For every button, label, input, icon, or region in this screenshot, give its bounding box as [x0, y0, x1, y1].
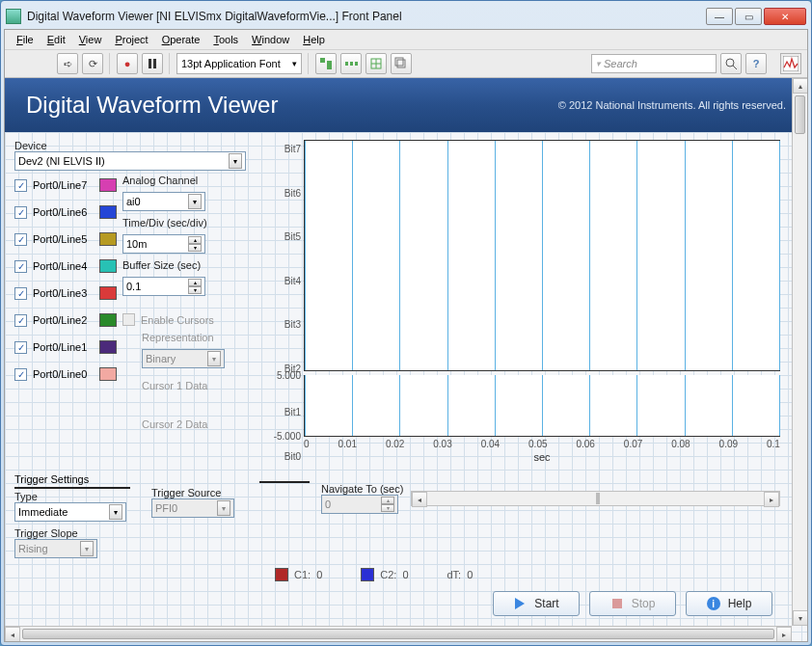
distribute-button[interactable]	[340, 53, 362, 74]
vi-icon[interactable]	[780, 53, 801, 74]
chevron-down-icon: ▾	[229, 153, 242, 169]
app-icon	[6, 9, 21, 24]
reorder-button[interactable]	[391, 53, 412, 74]
x-axis-title: sec	[304, 451, 780, 463]
pause-button[interactable]	[142, 53, 163, 74]
toolbar: ➪ ⟳ ● 13pt Application Font ▾	[5, 50, 807, 78]
scrollbar-vertical[interactable]: ▴ ▾	[792, 78, 807, 626]
port-item: ✓Port0/Line2	[14, 313, 117, 327]
stop-icon	[612, 599, 622, 608]
context-help-button[interactable]: ?	[745, 53, 767, 74]
c1-label: C1:	[294, 569, 311, 580]
arrow-left-icon[interactable]: ◂	[5, 627, 20, 641]
close-button[interactable]: ✕	[764, 8, 806, 25]
port-color-swatch[interactable]	[99, 259, 117, 273]
menu-project[interactable]: Project	[109, 32, 153, 47]
search-go-button[interactable]	[720, 53, 742, 74]
button-row: Start Stop i Help	[14, 585, 780, 618]
resize-button[interactable]	[365, 53, 387, 74]
timediv-label: Time/Div (sec/div)	[122, 217, 225, 229]
port-color-swatch[interactable]	[99, 313, 117, 327]
bit-labels: Bit7Bit6Bit5Bit4Bit3Bit2Bit1Bit0	[273, 140, 304, 466]
trigger-title: Trigger Settings	[14, 473, 130, 489]
port-color-swatch[interactable]	[99, 232, 117, 246]
cursor1-label: Cursor 1 Data	[142, 380, 225, 391]
window-frame: Digital Waveform Viewer [NI ELVISmx Digi…	[0, 0, 812, 646]
c2-color-swatch	[361, 568, 374, 581]
menu-window[interactable]: Window	[246, 32, 295, 47]
bufsize-input[interactable]: 0.1 ▴▾	[122, 277, 205, 296]
port-label: Port0/Line3	[33, 287, 87, 299]
arrow-right-icon[interactable]: ▸	[764, 492, 779, 507]
maximize-button[interactable]: ▭	[735, 8, 762, 25]
menu-edit[interactable]: Edit	[41, 32, 71, 47]
port-checkbox[interactable]: ✓	[14, 287, 27, 300]
align-button[interactable]	[315, 53, 337, 74]
port-checkbox[interactable]: ✓	[14, 260, 27, 273]
menu-view[interactable]: View	[73, 32, 108, 47]
dt-label: dT:	[447, 569, 462, 580]
menu-operate[interactable]: Operate	[156, 32, 206, 47]
port-color-swatch[interactable]	[99, 340, 117, 354]
arrow-down-icon[interactable]: ▾	[793, 610, 807, 626]
port-color-swatch[interactable]	[99, 367, 117, 381]
run-continuous-button[interactable]: ⟳	[82, 53, 103, 74]
scrollbar-thumb[interactable]	[795, 95, 805, 134]
port-checkbox[interactable]: ✓	[14, 206, 27, 219]
arrow-up-icon[interactable]: ▴	[793, 78, 807, 94]
analog-plot[interactable]: 5.000 -5.000	[304, 375, 780, 437]
trig-type-select[interactable]: Immediate▾	[14, 502, 126, 522]
analog-label: Analog Channel	[122, 175, 225, 186]
stop-button[interactable]: Stop	[589, 591, 676, 616]
x-tick: 0.1	[767, 439, 780, 449]
scrollbar-horizontal[interactable]: ◂ ▸	[5, 626, 792, 641]
port-checkbox[interactable]: ✓	[14, 368, 27, 381]
config-column: Analog Channel ai0▾ Time/Div (sec/div) 1…	[122, 175, 225, 466]
port-checkbox[interactable]: ✓	[14, 314, 27, 327]
port-label: Port0/Line1	[33, 341, 87, 353]
port-color-swatch[interactable]	[99, 286, 117, 300]
help-button[interactable]: i Help	[686, 591, 772, 616]
menu-help[interactable]: Help	[297, 32, 331, 47]
port-checkbox[interactable]: ✓	[14, 179, 27, 192]
x-tick: 0.06	[576, 439, 594, 449]
navigate-label: Navigate To (sec)	[321, 483, 403, 495]
analog-select[interactable]: ai0▾	[122, 192, 205, 211]
menu-file[interactable]: File	[11, 32, 40, 47]
arrow-left-icon[interactable]: ◂	[412, 492, 427, 507]
port-checkbox[interactable]: ✓	[14, 233, 27, 246]
minimize-button[interactable]: —	[706, 8, 733, 25]
port-color-swatch[interactable]	[99, 205, 117, 219]
header-band: Digital Waveform Viewer © 2012 National …	[5, 78, 807, 132]
port-item: ✓Port0/Line4	[14, 259, 117, 273]
arrow-right-icon[interactable]: ▸	[776, 627, 792, 641]
abort-button[interactable]: ●	[117, 53, 138, 74]
search-input[interactable]: ▾ Search	[591, 54, 717, 73]
scrollbar-thumb[interactable]	[22, 629, 774, 639]
x-tick: 0	[304, 439, 310, 449]
svg-rect-0	[320, 58, 325, 63]
device-select[interactable]: Dev2 (NI ELVIS II) ▾	[14, 151, 246, 171]
menubar: File Edit View Project Operate Tools Win…	[5, 30, 807, 50]
port-label: Port0/Line4	[33, 260, 87, 272]
navigate-scrollbar[interactable]: ◂ ▸	[411, 491, 780, 506]
enable-cursors-checkbox[interactable]	[122, 313, 135, 326]
divider	[259, 481, 310, 483]
trig-slope-label: Trigger Slope	[14, 527, 140, 539]
port-checkbox[interactable]: ✓	[14, 341, 27, 354]
representation-select: Binary▾	[142, 349, 225, 368]
c2-label: C2:	[380, 569, 396, 580]
titlebar: Digital Waveform Viewer [NI ELVISmx Digi…	[4, 4, 808, 29]
digital-plot[interactable]	[304, 140, 780, 371]
chevron-down-icon: ▾	[292, 59, 297, 68]
run-button[interactable]: ➪	[57, 53, 78, 74]
port-color-swatch[interactable]	[99, 178, 117, 192]
c2-value: 0	[402, 569, 408, 580]
font-selector[interactable]: 13pt Application Font ▾	[176, 53, 302, 74]
port-item: ✓Port0/Line3	[14, 286, 117, 300]
c1-value: 0	[316, 569, 322, 580]
timediv-input[interactable]: 10m ▴▾	[122, 234, 205, 254]
menu-tools[interactable]: Tools	[207, 32, 244, 47]
port-label: Port0/Line5	[33, 233, 87, 245]
start-button[interactable]: Start	[493, 591, 580, 616]
